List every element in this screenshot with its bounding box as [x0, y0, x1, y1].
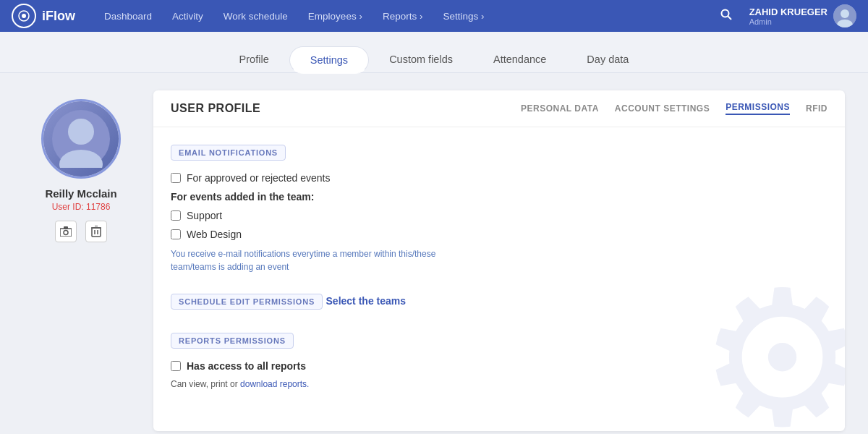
card-body: ⚙ EMAIL NOTIFICATIONS For approved or re…: [153, 127, 845, 431]
user-name: ZAHID KRUEGER: [749, 7, 827, 17]
svg-rect-13: [92, 228, 101, 237]
approved-rejected-text[interactable]: For approved or rejected events: [187, 172, 330, 184]
card-title: USER PROFILE: [171, 102, 260, 115]
nav-workschedule[interactable]: Work schedule: [215, 5, 297, 27]
svg-rect-12: [64, 226, 68, 229]
svg-rect-10: [60, 229, 72, 237]
tabs-bar: Profile Settings Custom fields Attendanc…: [0, 32, 868, 73]
svg-point-2: [721, 10, 728, 17]
approved-rejected-checkbox[interactable]: [171, 173, 181, 183]
sidebar: Reilly Mcclain User ID: 11786: [23, 90, 139, 431]
nav-dashboard[interactable]: Dashboard: [95, 5, 161, 27]
upload-photo-button[interactable]: [55, 221, 77, 242]
nav-activity[interactable]: Activity: [163, 5, 212, 27]
team-webdesign-label[interactable]: Web Design: [187, 229, 242, 240]
tab-day-data[interactable]: Day data: [566, 46, 649, 72]
delete-photo-button[interactable]: [85, 221, 107, 242]
tab-attendance[interactable]: Attendance: [473, 46, 566, 72]
logo-icon: [12, 4, 36, 28]
tab-settings[interactable]: Settings: [289, 46, 369, 74]
search-icon[interactable]: [715, 6, 738, 26]
schedule-edit-label: SCHEDULE EDIT PERMISSIONS: [171, 294, 323, 310]
nav-reports[interactable]: Reports ›: [374, 5, 432, 27]
card-header: USER PROFILE PERSONAL DATA ACCOUNT SETTI…: [153, 90, 845, 127]
card-nav-rfid[interactable]: RFID: [806, 103, 827, 114]
email-notifications-section: EMAIL NOTIFICATIONS For approved or reje…: [171, 145, 827, 273]
email-notifications-label: EMAIL NOTIFICATIONS: [171, 145, 286, 161]
svg-line-3: [728, 17, 731, 20]
can-view-text: Can view, print or download reports.: [171, 379, 827, 389]
nav-settings[interactable]: Settings ›: [434, 5, 493, 27]
user-avatar-wrap: [41, 99, 121, 179]
team-support-checkbox[interactable]: [171, 210, 181, 221]
svg-point-8: [68, 119, 94, 145]
team-webdesign-checkbox[interactable]: [171, 229, 181, 239]
has-access-text[interactable]: Has access to all reports: [187, 360, 306, 372]
tab-custom-fields[interactable]: Custom fields: [369, 46, 473, 72]
nav-employees[interactable]: Employees ›: [299, 5, 371, 27]
card-nav-personal-data[interactable]: PERSONAL DATA: [521, 103, 599, 114]
card-nav: PERSONAL DATA ACCOUNT SETTINGS PERMISSIO…: [521, 102, 827, 115]
user-avatar: [43, 101, 119, 176]
user-info: ZAHID KRUEGER Admin: [749, 4, 856, 27]
sidebar-user-name: Reilly Mcclain: [45, 187, 116, 200]
sidebar-actions: [55, 221, 107, 242]
approved-rejected-row: For approved or rejected events: [171, 172, 827, 184]
sidebar-user-id: User ID: 11786: [52, 202, 111, 212]
reports-permissions-section: REPORTS PERMISSIONS Has access to all re…: [171, 333, 827, 389]
team-webdesign-row: Web Design: [171, 229, 827, 240]
user-role: Admin: [749, 17, 827, 26]
user-id-number: 11786: [86, 202, 110, 212]
avatar: [833, 4, 856, 27]
email-help-text: You receive e-mail notifications everyti…: [171, 247, 518, 273]
svg-point-5: [841, 9, 849, 18]
has-access-row: Has access to all reports: [171, 360, 827, 372]
for-events-label: For events added in the team:: [171, 191, 827, 203]
nav-links: Dashboard Activity Work schedule Employe…: [95, 5, 715, 27]
logo-text: iFlow: [42, 9, 75, 24]
download-reports-link[interactable]: download reports.: [240, 379, 309, 389]
user-id-label: User ID:: [52, 202, 86, 212]
reports-permissions-label: REPORTS PERMISSIONS: [171, 333, 294, 349]
team-support-label[interactable]: Support: [187, 210, 222, 221]
card-nav-account-settings[interactable]: ACCOUNT SETTINGS: [615, 103, 710, 114]
team-support-row: Support: [171, 210, 827, 221]
app-logo[interactable]: iFlow: [12, 4, 75, 28]
tab-profile[interactable]: Profile: [219, 46, 289, 72]
card-nav-permissions[interactable]: PERMISSIONS: [726, 102, 790, 115]
topnav: iFlow Dashboard Activity Work schedule E…: [0, 0, 868, 32]
select-teams-link[interactable]: Select the teams: [326, 295, 407, 307]
schedule-edit-section: SCHEDULE EDIT PERMISSIONS Select the tea…: [171, 294, 827, 321]
content-area: Reilly Mcclain User ID: 11786: [0, 73, 868, 434]
svg-point-1: [22, 14, 26, 18]
svg-point-11: [64, 231, 68, 235]
has-access-checkbox[interactable]: [171, 361, 181, 371]
main-card: USER PROFILE PERSONAL DATA ACCOUNT SETTI…: [153, 90, 845, 431]
